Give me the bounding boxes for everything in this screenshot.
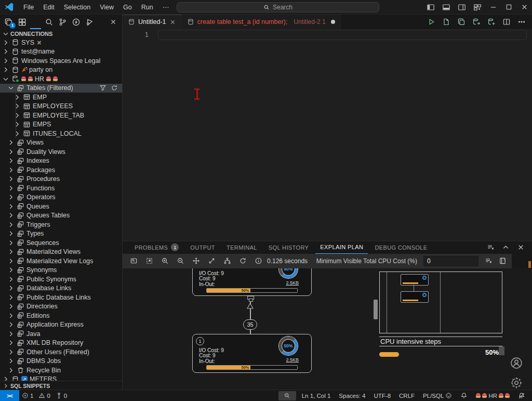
connections-section-header[interactable]: CONNECTIONS xyxy=(0,29,122,38)
tree-item-sequences[interactable]: Sequences xyxy=(0,238,122,248)
refresh-action-icon[interactable] xyxy=(111,84,118,92)
pan-button[interactable] xyxy=(192,257,200,265)
tree-item-other-users-filtered[interactable]: Other Users (Filtered) xyxy=(0,347,122,357)
menu-selection[interactable]: Selection xyxy=(59,0,95,15)
node-bytes-link[interactable]: 2.5KB xyxy=(286,357,299,363)
status-utf-8[interactable]: UTF-8 xyxy=(371,390,393,401)
tree-item-xml-db-repository[interactable]: XML DB Repository xyxy=(0,339,122,348)
editor-tab-untitled-1[interactable]: Untitled-1 xyxy=(123,15,182,29)
tree-item-types[interactable]: Types xyxy=(0,229,122,239)
zoom-status-button[interactable] xyxy=(278,391,296,400)
menu-edit[interactable]: Edit xyxy=(38,0,59,15)
layout-grid-activity-icon[interactable] xyxy=(18,18,26,27)
tree-item-indexes[interactable]: Indexes xyxy=(0,157,122,166)
tree-item-tables-filtered[interactable]: Tables (Filtered) xyxy=(0,84,122,93)
panel-tab-explain-plan[interactable]: EXPLAIN PLAN xyxy=(315,241,368,254)
account-icon[interactable] xyxy=(510,357,523,369)
run-button[interactable] xyxy=(427,18,435,26)
menu-go[interactable]: Go xyxy=(118,0,137,15)
panel-tab-debug-console[interactable]: DEBUG CONSOLE xyxy=(370,241,432,254)
tree-item-views[interactable]: Views xyxy=(0,138,122,148)
tree-item-database-links[interactable]: Database Links xyxy=(0,284,122,293)
database-activity-icon[interactable] xyxy=(31,18,40,27)
command-center-search[interactable]: Search xyxy=(177,2,379,12)
tree-item-duality-views[interactable]: Duality Views xyxy=(0,147,122,157)
tree-item-packages[interactable]: Packages xyxy=(0,165,122,175)
refresh-button[interactable] xyxy=(239,257,247,265)
status-tower[interactable]: 0 xyxy=(53,390,70,401)
layout-sidebar-right-button[interactable] xyxy=(454,0,470,15)
close-sidebar-icon[interactable] xyxy=(110,18,117,25)
min-cpu-cost-input[interactable]: 0 xyxy=(423,256,478,266)
editor-area[interactable]: 1 xyxy=(123,29,532,241)
dirty-indicator[interactable] xyxy=(331,20,335,24)
tree-item-test-name[interactable]: test@name xyxy=(0,47,122,57)
tree-item-functions[interactable]: Functions xyxy=(0,184,122,193)
db-add-button[interactable] xyxy=(487,18,496,26)
menu-run[interactable]: Run xyxy=(137,0,158,15)
tree-item-itunes-local[interactable]: ITUNES_LOCAL xyxy=(0,129,122,138)
db-export-button[interactable] xyxy=(472,18,481,26)
editor-tab-untitled-2-1[interactable]: create table test_a (id number);Untitled… xyxy=(182,15,341,29)
tree-item-triggers[interactable]: Triggers xyxy=(0,220,122,229)
plan-node-2[interactable]: 1I/O Cost: 9Cost: 9In-Out:50%2.5KB50% xyxy=(192,334,312,373)
split-editor-button[interactable] xyxy=(502,18,511,26)
maximize-button[interactable] xyxy=(501,0,516,15)
tree-item-meters[interactable]: METERS xyxy=(0,375,122,381)
close-button[interactable] xyxy=(516,0,532,15)
tree-layout-button[interactable] xyxy=(223,257,231,265)
plan-minimap[interactable] xyxy=(379,271,502,333)
plan-node-1[interactable]: 1I/O Cost: 9Cost: 9In-Out:50%2.5KB50% xyxy=(192,268,312,296)
tree-item-dbms-jobs[interactable]: DBMS Jobs xyxy=(0,357,122,366)
menu-[interactable]: ⋯ xyxy=(158,0,174,15)
close-panel-button[interactable] xyxy=(517,243,525,251)
status-pl-sql[interactable]: PL/SQL xyxy=(420,390,455,401)
tree-item-application-express[interactable]: Application Express xyxy=(0,320,122,330)
tree-item-operators[interactable]: Operators xyxy=(0,193,122,202)
status-bell-button[interactable] xyxy=(458,390,470,401)
status-error[interactable]: 1 xyxy=(19,390,36,401)
tree-item-java[interactable]: Java xyxy=(0,329,122,339)
plan-text-button[interactable] xyxy=(130,257,138,265)
panel-tab-terminal[interactable]: TERMINAL xyxy=(222,241,262,254)
file-run-button[interactable] xyxy=(442,18,450,26)
tree-item-recycle-bin[interactable]: Recycle Bin xyxy=(0,366,122,375)
source-control-activity-icon[interactable] xyxy=(58,18,67,27)
run-circle-activity-icon[interactable] xyxy=(72,18,81,27)
minimize-button[interactable] xyxy=(485,0,501,15)
tree-item-queues[interactable]: Queues xyxy=(0,202,122,211)
menu-file[interactable]: File xyxy=(19,0,38,15)
tree-item-employees[interactable]: EMPLOYEES xyxy=(0,102,122,111)
tree-item-sys[interactable]: SYS xyxy=(0,38,122,47)
tree-item-materialized-views[interactable]: Materialized Views xyxy=(0,248,122,257)
legend-scrollbar-thumb[interactable] xyxy=(499,346,504,355)
tree-item-employee-tab[interactable]: EMPLOYEE_TAB xyxy=(0,111,122,120)
collapse-panel-button[interactable] xyxy=(502,243,510,251)
layout-panel-button[interactable] xyxy=(438,0,454,15)
flag-run-activity-icon[interactable] xyxy=(85,18,94,27)
menu-view[interactable]: View xyxy=(95,0,118,15)
close-icon[interactable] xyxy=(169,19,176,25)
filter-action-icon[interactable] xyxy=(99,84,107,92)
layout-customize-button[interactable] xyxy=(470,0,485,15)
tree-item-queues-tables[interactable]: Queues Tables xyxy=(0,211,122,221)
files-copy-activity-icon[interactable]: 1 xyxy=(4,18,13,27)
copy-stack-button[interactable] xyxy=(457,18,466,26)
tree-item-windows-spaces-are-legal[interactable]: Windows Spaces Are Legal xyxy=(0,56,122,66)
status-ln-1-col-1[interactable]: Ln 1, Col 1 xyxy=(299,390,334,401)
sql-snippets-section-header[interactable]: SQL SNIPPETS xyxy=(0,381,122,390)
tree-item-emps[interactable]: EMPS xyxy=(0,120,122,130)
tree-item-editions[interactable]: Editions xyxy=(0,311,122,320)
tree-item-synonyms[interactable]: Synonyms xyxy=(0,266,122,275)
tree-item-hr[interactable]: HR xyxy=(0,74,122,84)
expand-button[interactable] xyxy=(208,257,216,265)
panel-tab-sql-history[interactable]: SQL HISTORY xyxy=(264,241,314,254)
tree-item-public-database-links[interactable]: Public Database Links xyxy=(0,293,122,302)
tree-item-directories[interactable]: Directories xyxy=(0,302,122,312)
zoom-out-button[interactable] xyxy=(177,257,184,265)
clear-list-button[interactable] xyxy=(485,257,493,265)
remote-indicator[interactable]: >< xyxy=(0,390,19,401)
tree-item-emp[interactable]: EMP xyxy=(0,93,122,102)
canvas-scrollbar-thumb[interactable] xyxy=(374,300,378,319)
status-spaces-4[interactable]: Spaces: 4 xyxy=(336,390,368,401)
